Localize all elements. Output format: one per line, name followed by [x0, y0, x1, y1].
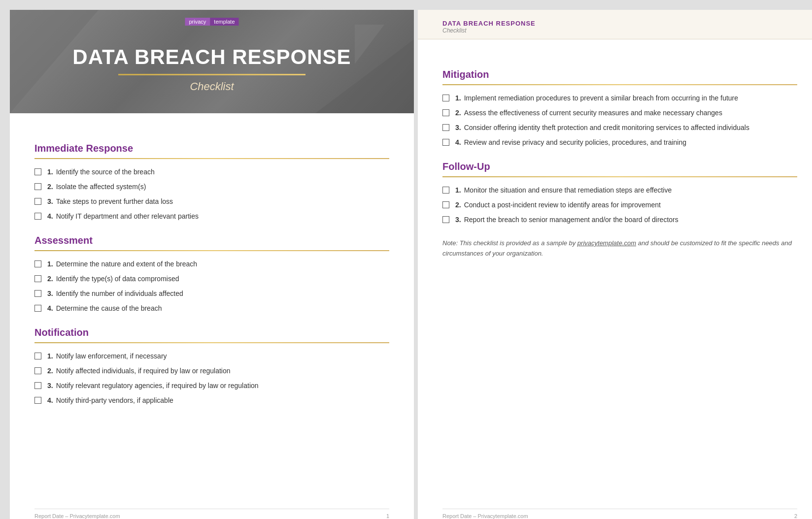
list-item: 1. Monitor the situation and ensure that… — [442, 186, 797, 194]
note-link: privacytemplate.com — [577, 239, 636, 247]
item-number: 1. — [47, 260, 53, 268]
section-notification-items: 1. Notify law enforcement, if necessary … — [34, 352, 389, 404]
item-number: 1. — [47, 352, 53, 360]
checkbox[interactable] — [34, 290, 41, 297]
page1-divider — [118, 74, 305, 75]
item-text: Identify the type(s) of data compromised — [56, 275, 179, 283]
checkbox[interactable] — [442, 216, 449, 223]
list-item: 2. Assess the effectiveness of current s… — [442, 109, 797, 117]
checkbox[interactable] — [442, 201, 449, 208]
checkbox[interactable] — [442, 109, 449, 116]
page1-footer: Report Date – Privacytemplate.com 1 — [34, 509, 389, 519]
page2-content: Mitigation 1. Implement remediation proc… — [418, 39, 812, 279]
list-item: 1. Notify law enforcement, if necessary — [34, 352, 389, 360]
item-number: 3. — [455, 124, 461, 131]
list-item: 4. Determine the cause of the breach — [34, 304, 389, 312]
checkbox[interactable] — [442, 139, 449, 146]
checkbox[interactable] — [34, 260, 41, 267]
item-number: 3. — [47, 197, 53, 205]
item-number: 2. — [47, 183, 53, 191]
checkbox[interactable] — [34, 213, 41, 220]
page1-header: privacy template DATA BREACH RESPONSE Ch… — [10, 10, 414, 113]
list-item: 3. Report the breach to senior managemen… — [442, 216, 797, 224]
page1-content: Immediate Response 1. Identify the sourc… — [10, 113, 414, 431]
list-item: 1. Identify the source of the breach — [34, 168, 389, 176]
item-text: Determine the nature and extent of the b… — [56, 260, 197, 268]
item-text: Identify the source of the breach — [56, 168, 155, 176]
page2-footer: Report Date – Privacytemplate.com 2 — [442, 509, 797, 519]
item-text: Notify third-party vendors, if applicabl… — [56, 396, 173, 404]
list-item: 1. Determine the nature and extent of th… — [34, 260, 389, 268]
footer-right: 1 — [386, 513, 389, 519]
section-assessment-divider — [34, 250, 389, 251]
checkbox[interactable] — [34, 353, 41, 359]
checkbox[interactable] — [442, 124, 449, 131]
section-immediate-response-items: 1. Identify the source of the breach 2. … — [34, 168, 389, 220]
checkbox[interactable] — [34, 168, 41, 175]
item-number: 2. — [455, 109, 461, 117]
list-item: 3. Notify relevant regulatory agencies, … — [34, 382, 389, 389]
item-text: Identify the number of individuals affec… — [56, 290, 183, 297]
checkbox[interactable] — [442, 95, 449, 101]
checkbox[interactable] — [34, 198, 41, 205]
item-text: Monitor the situation and ensure that re… — [464, 186, 672, 194]
list-item: 4. Review and revise privacy and securit… — [442, 138, 797, 146]
item-number: 4. — [47, 396, 53, 404]
item-number: 1. — [455, 94, 461, 102]
item-text: Notify IT department and other relevant … — [56, 212, 199, 220]
section-notification-title: Notification — [34, 327, 389, 338]
item-number: 1. — [47, 168, 53, 176]
footer-right: 2 — [794, 513, 797, 519]
item-number: 2. — [47, 275, 53, 283]
checkbox[interactable] — [34, 275, 41, 282]
page2-header: DATA BREACH RESPONSE Checklist — [418, 10, 812, 39]
footer-left: Report Date – Privacytemplate.com — [442, 513, 528, 519]
brand-privacy-label: privacy — [185, 18, 210, 26]
brand-badge: privacy template — [185, 18, 238, 26]
item-number: 3. — [47, 382, 53, 389]
checkbox[interactable] — [34, 397, 41, 404]
section-followup-divider — [442, 176, 797, 177]
section-followup-title: Follow-Up — [442, 161, 797, 172]
item-text: Notify relevant regulatory agencies, if … — [56, 382, 259, 389]
item-text: Implement remediation procedures to prev… — [464, 94, 738, 102]
item-text: Consider offering identity theft protect… — [464, 124, 749, 131]
checkbox[interactable] — [34, 382, 41, 389]
list-item: 3. Identify the number of individuals af… — [34, 290, 389, 297]
item-text: Isolate the affected system(s) — [56, 183, 146, 191]
checkbox[interactable] — [34, 305, 41, 312]
page1-title: DATA BREACH RESPONSE — [72, 45, 351, 69]
section-assessment-title: Assessment — [34, 235, 389, 246]
section-followup-items: 1. Monitor the situation and ensure that… — [442, 186, 797, 224]
item-text: Review and revise privacy and security p… — [464, 138, 686, 146]
list-item: 1. Implement remediation procedures to p… — [442, 94, 797, 102]
page-2: DATA BREACH RESPONSE Checklist Mitigatio… — [418, 10, 812, 519]
list-item: 3. Consider offering identity theft prot… — [442, 124, 797, 131]
checkbox[interactable] — [442, 187, 449, 194]
checkbox[interactable] — [34, 183, 41, 190]
item-number: 2. — [455, 201, 461, 209]
item-text: Notify affected individuals, if required… — [56, 367, 231, 375]
page2-header-subtitle: Checklist — [442, 27, 797, 34]
list-item: 2. Identify the type(s) of data compromi… — [34, 275, 389, 283]
item-text: Conduct a post-incident review to identi… — [464, 201, 661, 209]
list-item: 4. Notify IT department and other releva… — [34, 212, 389, 220]
pages-container: privacy template DATA BREACH RESPONSE Ch… — [10, 10, 802, 519]
page2-header-title: DATA BREACH RESPONSE — [442, 20, 797, 27]
footer-left: Report Date – Privacytemplate.com — [34, 513, 120, 519]
list-item: 2. Notify affected individuals, if requi… — [34, 367, 389, 375]
section-assessment-items: 1. Determine the nature and extent of th… — [34, 260, 389, 312]
section-mitigation-title: Mitigation — [442, 69, 797, 80]
item-number: 4. — [455, 138, 461, 146]
item-number: 2. — [47, 367, 53, 375]
item-text: Determine the cause of the breach — [56, 304, 162, 312]
section-immediate-response-title: Immediate Response — [34, 143, 389, 154]
list-item: 3. Take steps to prevent further data lo… — [34, 197, 389, 205]
section-immediate-response-divider — [34, 158, 389, 159]
section-notification-divider — [34, 342, 389, 343]
page1-subtitle: Checklist — [190, 80, 234, 93]
page-1: privacy template DATA BREACH RESPONSE Ch… — [10, 10, 414, 519]
checkbox[interactable] — [34, 367, 41, 374]
list-item: 2. Conduct a post-incident review to ide… — [442, 201, 797, 209]
item-text: Take steps to prevent further data loss — [56, 197, 173, 205]
